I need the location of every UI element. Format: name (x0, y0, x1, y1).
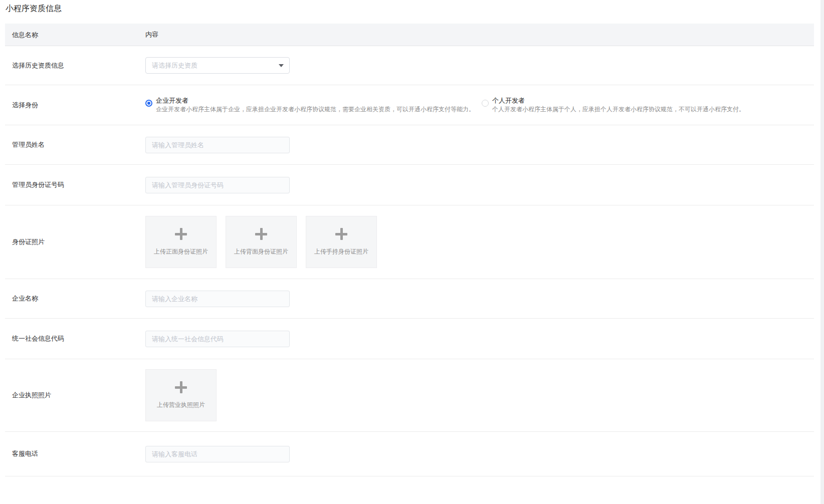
header-cell-content: 内容 (145, 30, 814, 39)
id-photo-upload-list: 上传正面身份证照片 上传背面身份证照片 上传手持身份证照片 (145, 216, 377, 268)
enterprise-title: 企业开发者 (156, 96, 475, 105)
history-qualification-select[interactable]: 请选择历史资质 (145, 57, 290, 74)
header-name-label: 信息名称 (12, 31, 38, 39)
social-code-label: 统一社会信息代码 (5, 334, 145, 343)
license-upload-list: 上传营业执照照片 (145, 369, 217, 421)
row-identity: 选择身份 企业开发者 企业开发者小程序主体属于企业，应承担企业开发者小程序协议规… (5, 85, 814, 125)
row-admin-name: 管理员姓名 (5, 125, 814, 165)
upload-id-handheld-label: 上传手持身份证照片 (314, 247, 368, 256)
plus-icon (175, 228, 187, 240)
row-service-phone: 客服电话 (5, 432, 814, 476)
table-header: 信息名称 内容 (5, 24, 814, 46)
upload-license-button[interactable]: 上传营业执照照片 (145, 369, 217, 421)
row-social-code: 统一社会信息代码 (5, 319, 814, 359)
plus-icon (175, 381, 187, 393)
admin-id-label: 管理员身份证号码 (5, 180, 145, 189)
row-license-photo: 企业执照照片 上传营业执照照片 (5, 359, 814, 432)
row-company-name: 企业名称 (5, 279, 814, 319)
personal-desc: 个人开发者小程序主体属于个人，应承担个人开发者小程序协议规范，不可以开通小程序支… (492, 105, 745, 114)
admin-id-input[interactable] (145, 177, 290, 193)
row-admin-id: 管理员身份证号码 (5, 165, 814, 205)
company-name-label: 企业名称 (5, 294, 145, 303)
radio-checked-icon[interactable] (145, 100, 152, 107)
service-phone-input[interactable] (145, 446, 290, 462)
scrollbar[interactable] (820, 0, 824, 504)
radio-option-enterprise[interactable]: 企业开发者 企业开发者小程序主体属于企业，应承担企业开发者小程序协议规范，需要企… (145, 96, 475, 114)
upload-id-front-label: 上传正面身份证照片 (154, 247, 208, 256)
row-id-photos: 身份证照片 上传正面身份证照片 上传背面身份证照片 上传手持身份证照片 (5, 205, 814, 279)
header-cell-name: 信息名称 (5, 30, 145, 40)
service-phone-label: 客服电话 (5, 449, 145, 458)
upload-license-label: 上传营业执照照片 (157, 401, 205, 409)
plus-icon (255, 228, 267, 240)
identity-radio-group: 企业开发者 企业开发者小程序主体属于企业，应承担企业开发者小程序协议规范，需要企… (145, 96, 745, 114)
plus-icon (335, 228, 347, 240)
company-name-input[interactable] (145, 291, 290, 307)
upload-id-back-button[interactable]: 上传背面身份证照片 (226, 216, 297, 268)
page-title: 小程序资质信息 (5, 0, 814, 24)
radio-option-personal[interactable]: 个人开发者 个人开发者小程序主体属于个人，应承担个人开发者小程序协议规范，不可以… (482, 96, 745, 114)
upload-id-handheld-button[interactable]: 上传手持身份证照片 (306, 216, 377, 268)
social-code-input[interactable] (145, 331, 290, 347)
id-photos-label: 身份证照片 (5, 237, 145, 246)
history-label: 选择历史资质信息 (5, 61, 145, 70)
enterprise-desc: 企业开发者小程序主体属于企业，应承担企业开发者小程序协议规范，需要企业相关资质，… (156, 105, 475, 114)
upload-id-back-label: 上传背面身份证照片 (234, 247, 288, 256)
qualification-form: 小程序资质信息 信息名称 内容 选择历史资质信息 请选择历史资质 选择身份 企业 (5, 0, 814, 476)
admin-name-label: 管理员姓名 (5, 140, 145, 149)
license-photo-label: 企业执照照片 (5, 391, 145, 400)
chevron-down-icon (279, 64, 284, 67)
header-content-label: 内容 (145, 30, 158, 39)
upload-id-front-button[interactable]: 上传正面身份证照片 (145, 216, 217, 268)
history-select-placeholder: 请选择历史资质 (152, 61, 197, 70)
personal-title: 个人开发者 (492, 96, 745, 105)
admin-name-input[interactable] (145, 137, 290, 153)
row-history-qualification: 选择历史资质信息 请选择历史资质 (5, 46, 814, 85)
identity-label: 选择身份 (5, 101, 145, 110)
radio-unchecked-icon[interactable] (482, 100, 489, 107)
